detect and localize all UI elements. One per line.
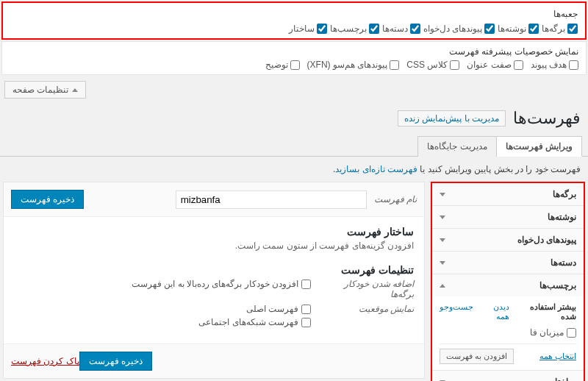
acc-tags[interactable]: برچسب‌ها	[432, 274, 584, 296]
menu-editor: نام فهرست ذخیره فهرست ساختار فهرست افزود…	[3, 182, 425, 379]
delete-menu-link[interactable]: پاک کردن فهرست	[11, 356, 79, 366]
menu-editor-body: ساختار فهرست افزودن گزینه‌های فهرست از س…	[4, 217, 424, 343]
adv-description[interactable]: توضیح	[265, 60, 300, 70]
edit-hint: فهرست خود را در بخش پایین ویرایش کنید یا…	[0, 157, 588, 182]
advanced-props-panel: نمایش خصوصیات پیشرفته فهرست توضیح پیونده…	[1, 41, 587, 75]
chk-structure[interactable]	[317, 24, 327, 34]
opt-pages[interactable]: برگه‌ها	[542, 24, 578, 34]
chk-pages[interactable]	[567, 24, 578, 34]
display-location-label: نمایش موقعیت	[333, 304, 414, 330]
chk-tags[interactable]	[369, 24, 379, 34]
location-social[interactable]: فهرست شبکه‌های اجتماعی	[198, 317, 311, 327]
minitab-all[interactable]: دیدن همه	[479, 302, 509, 321]
screen-options-checks: ساختار برچسب‌ها دسته‌ها پیوندهای دل‌خواه…	[10, 24, 578, 34]
screen-options-toggle-row: تنظیمات صفحه	[0, 76, 588, 103]
page-header: فهرست‌ها مدیریت با پیش‌نمایش زنده	[0, 103, 588, 131]
chevron-down-icon	[440, 216, 445, 219]
auto-add-row: اضافه شدن خودکار برگه‌ها افزودن خودکار ب…	[14, 279, 414, 299]
tab-edit-menus[interactable]: ویرایش فهرست‌ها	[496, 136, 582, 157]
screen-options-panel: جعبه‌ها ساختار برچسب‌ها دسته‌ها پیوندهای…	[1, 1, 587, 40]
menu-editor-footer: ذخیره فهرست پاک کردن فهرست	[4, 343, 424, 378]
screen-options-title: جعبه‌ها	[10, 9, 578, 19]
auto-add-label: اضافه شدن خودکار برگه‌ها	[333, 279, 414, 299]
nav-tabs: ویرایش فهرست‌ها مدیریت جایگاه‌ها	[0, 135, 588, 157]
opt-posts[interactable]: نوشته‌ها	[498, 24, 539, 34]
menu-source-sidebar: برگه‌ها نوشته‌ها پیوندهای دل‌خواه دسته‌ه…	[431, 182, 585, 381]
menu-name-label: نام فهرست	[374, 194, 417, 204]
chk-posts[interactable]	[528, 24, 539, 34]
create-new-menu-link[interactable]: فهرست تازه‌ای بسازید	[335, 164, 417, 174]
acc-format[interactable]: ساختار	[432, 371, 584, 381]
opt-cats[interactable]: دسته‌ها	[382, 24, 420, 34]
minitab-search[interactable]: جست‌وجو	[440, 302, 473, 321]
adv-title-attr[interactable]: صفت عنوان	[467, 60, 523, 70]
menu-columns: برگه‌ها نوشته‌ها پیوندهای دل‌خواه دسته‌ه…	[0, 182, 588, 381]
save-menu-button-top[interactable]: ذخیره فهرست	[11, 190, 84, 209]
acc-links[interactable]: پیوندهای دل‌خواه	[432, 229, 584, 251]
opt-tags[interactable]: برچسب‌ها	[330, 24, 379, 34]
acc-posts[interactable]: نوشته‌ها	[432, 206, 584, 228]
chevron-down-icon	[440, 193, 445, 196]
chevron-up-icon	[72, 88, 78, 92]
acc-tags-body: بیشتر استفاده شده دیدن همه جست‌وجو میزبا…	[432, 296, 584, 370]
screen-options-toggle[interactable]: تنظیمات صفحه	[4, 81, 86, 99]
chevron-down-icon	[440, 261, 445, 265]
select-all-link[interactable]: انتخاب همه	[539, 352, 576, 361]
settings-heading: تنظیمات فهرست	[14, 264, 414, 276]
advanced-title: نمایش خصوصیات پیشرفته فهرست	[10, 46, 578, 57]
tags-footer: انتخاب همه افزودن به فهرست	[440, 343, 576, 364]
tag-item-checkbox[interactable]	[567, 328, 576, 338]
menu-name-input[interactable]	[176, 190, 367, 209]
location-primary[interactable]: فهرست اصلی	[198, 304, 311, 314]
structure-heading: ساختار فهرست	[14, 226, 414, 238]
live-preview-button[interactable]: مدیریت با پیش‌نمایش زنده	[398, 110, 506, 127]
page-title: فهرست‌ها	[513, 109, 581, 128]
minitab-recent[interactable]: بیشتر استفاده شده	[515, 302, 576, 321]
acc-pages[interactable]: برگه‌ها	[432, 183, 584, 205]
opt-links[interactable]: پیوندهای دل‌خواه	[423, 24, 495, 34]
chk-links[interactable]	[484, 24, 495, 34]
acc-categories[interactable]: دسته‌ها	[432, 252, 584, 274]
display-location-row: نمایش موقعیت فهرست اصلی فهرست شبکه‌های ا…	[14, 304, 414, 330]
tag-item-row[interactable]: میزبان فا	[440, 327, 576, 338]
adv-target[interactable]: هدف پیوند	[531, 60, 578, 70]
opt-structure[interactable]: ساختار	[289, 24, 327, 34]
menu-editor-column: نام فهرست ذخیره فهرست ساختار فهرست افزود…	[3, 182, 425, 379]
adv-css[interactable]: کلاس CSS	[406, 60, 459, 70]
add-to-menu-button[interactable]: افزودن به فهرست	[440, 349, 514, 364]
chevron-down-icon	[440, 238, 445, 242]
chk-cats[interactable]	[410, 24, 420, 34]
tab-manage-locations[interactable]: مدیریت جایگاه‌ها	[417, 136, 496, 157]
save-menu-button-bottom[interactable]: ذخیره فهرست	[79, 352, 152, 371]
tags-mini-tabs: بیشتر استفاده شده دیدن همه جست‌وجو	[440, 302, 576, 321]
chevron-up-icon	[440, 284, 445, 288]
auto-add-option[interactable]: افزودن خودکار برگه‌های رده‌بالا به این ف…	[132, 279, 311, 289]
adv-xfn[interactable]: پیوندهای هم‌سو (XFN)	[307, 60, 400, 70]
structure-text: افزودن گزینه‌های فهرست از ستون سمت راست.	[14, 241, 414, 251]
menu-editor-header: نام فهرست ذخیره فهرست	[4, 182, 424, 217]
advanced-checks: توضیح پیوندهای هم‌سو (XFN) کلاس CSS صفت …	[10, 60, 578, 70]
